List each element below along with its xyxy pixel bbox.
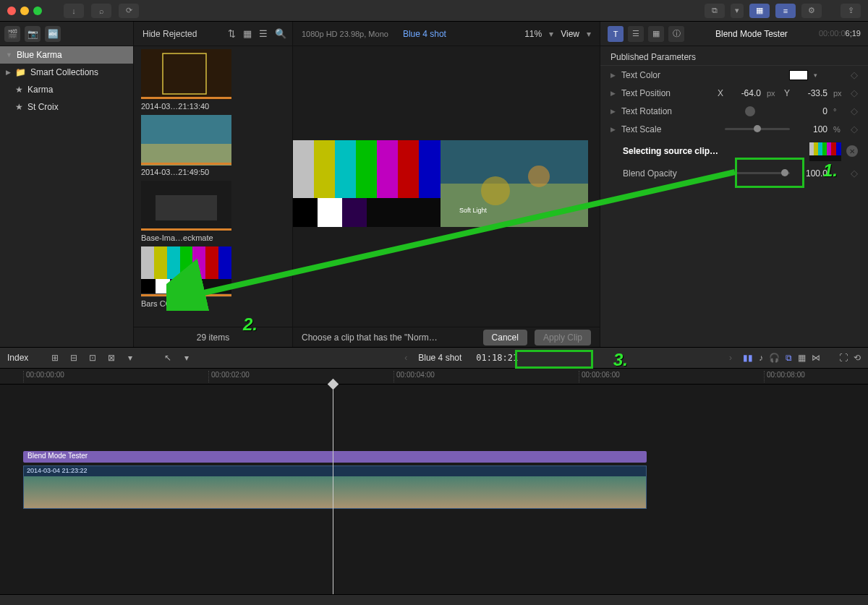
solo-icon[interactable]: 🎧	[769, 353, 780, 363]
svg-rect-19	[170, 279, 184, 293]
timeline-ruler[interactable]: 00:00:00:00 00:00:02:00 00:00:04:00 00:0…	[0, 369, 868, 385]
param-text-rotation[interactable]: ▶ Text Rotation ° ◇	[600, 102, 868, 120]
titles-icon[interactable]: 🔤	[45, 26, 61, 42]
clip-item[interactable]: Base-Ima…eckmate	[141, 181, 285, 242]
connect-icon[interactable]: ⊞	[48, 353, 61, 363]
search-icon[interactable]: 🔍	[275, 28, 286, 39]
disclosure-icon[interactable]: ▶	[610, 126, 616, 133]
window-min[interactable]	[20, 7, 29, 15]
chevron-down-icon[interactable]: ▾	[180, 353, 193, 363]
browser-footer: 29 items	[134, 327, 292, 347]
list-view-icon[interactable]: ☰	[259, 28, 268, 39]
window-max[interactable]	[33, 7, 42, 15]
color-well[interactable]	[789, 70, 808, 80]
svg-rect-29	[293, 198, 318, 227]
clip-view-icon[interactable]: ▦	[243, 28, 252, 39]
tab-video[interactable]: ☰	[628, 26, 644, 42]
view-menu[interactable]: View	[561, 29, 579, 39]
timeline[interactable]: Blend Mode Tester 2014-03-04 21:23:22	[0, 385, 868, 594]
source-clip-well[interactable]	[809, 142, 841, 160]
svg-rect-7	[156, 195, 217, 220]
clip-item[interactable]: 2014-03…21:49:50	[141, 115, 285, 176]
photos-icon[interactable]: 📷	[25, 26, 41, 42]
sidebar-item-karma[interactable]: ▶ ★ Karma	[0, 81, 133, 98]
sort-icon[interactable]: ⇅	[228, 28, 236, 39]
chevron-down-icon[interactable]: ▾	[549, 29, 553, 39]
keyframe-icon[interactable]: ◇	[851, 124, 858, 134]
rotation-dial[interactable]	[745, 106, 755, 116]
svg-rect-34	[441, 184, 588, 227]
ws-list-button[interactable]: ≡	[775, 4, 796, 18]
transitions-icon[interactable]: ⋈	[812, 353, 820, 363]
keyframe-icon[interactable]: ◇	[851, 87, 858, 98]
filmstrip	[24, 476, 646, 508]
tab-generator[interactable]: ▦	[648, 26, 664, 42]
ws-dropdown[interactable]: ▾	[731, 4, 744, 18]
pos-x-input[interactable]	[729, 88, 761, 98]
main-panes: 🎬 📷 🔤 ▼ Blue Karma ▶ 📁 Smart Collections…	[0, 22, 868, 347]
loop-icon[interactable]: ⟲	[854, 353, 861, 363]
fullscreen-icon[interactable]: ⛶	[839, 353, 848, 363]
viewer-footer: Choose a clip that has the "Norm… Cancel…	[293, 327, 600, 347]
keyframe-icon[interactable]: ◇	[851, 69, 858, 80]
ws-browser-button[interactable]: ⧉	[705, 4, 725, 18]
audio-skim-icon[interactable]: ♪	[759, 353, 763, 363]
zoom-value[interactable]: 11%	[524, 29, 542, 39]
playhead[interactable]	[333, 385, 333, 594]
inspector-title: Blend Mode Tester	[689, 29, 814, 39]
share-button[interactable]: ⇪	[841, 4, 861, 18]
select-tool-icon[interactable]: ↖	[161, 353, 174, 363]
import-button[interactable]: ↓	[64, 4, 84, 18]
chevron-down-icon[interactable]: ▾	[814, 72, 817, 79]
clip-label: Bars CC	[141, 297, 285, 308]
disclosure-icon[interactable]: ▶	[610, 90, 616, 97]
cancel-button[interactable]: Cancel	[483, 330, 527, 346]
tab-text[interactable]: T	[608, 26, 624, 42]
index-button[interactable]: Index	[7, 353, 28, 363]
insert-icon[interactable]: ⊟	[67, 353, 80, 363]
skimming-icon[interactable]: ▮▮	[743, 353, 753, 363]
rotation-input[interactable]	[796, 106, 827, 116]
param-text-position[interactable]: ▶ Text Position X px Y px ◇	[600, 84, 868, 102]
param-text-scale[interactable]: ▶ Text Scale % ◇	[600, 120, 868, 138]
disclosure-icon[interactable]: ▶	[610, 72, 616, 79]
ruler-tick: 00:00:04:00	[393, 371, 435, 382]
render-button[interactable]: ⟳	[119, 4, 139, 18]
chevron-down-icon[interactable]: ▾	[124, 353, 137, 363]
nav-back-icon[interactable]: ‹	[399, 353, 412, 363]
library-icon[interactable]: 🎬	[4, 26, 20, 42]
sidebar-item-stcroix[interactable]: ▶ ★ St Croix	[0, 98, 133, 116]
ws-grid-button[interactable]: ▦	[749, 4, 770, 18]
clip-item-bars[interactable]: Bars CC	[141, 246, 285, 308]
snap-icon[interactable]: ⧉	[786, 353, 792, 363]
clip-thumb	[141, 49, 231, 100]
video-clip[interactable]: 2014-03-04 21:23:22	[23, 465, 647, 509]
sidebar-item-smart[interactable]: ▶ 📁 Smart Collections	[0, 64, 133, 81]
pos-y-input[interactable]	[796, 88, 827, 98]
keyframe-icon[interactable]: ◇	[851, 106, 858, 116]
effects-icon[interactable]: ▦	[798, 353, 806, 363]
clear-source-icon[interactable]: ✕	[846, 145, 858, 157]
viewer-canvas[interactable]: Soft Light	[293, 46, 600, 327]
ws-settings-button[interactable]: ⚙	[801, 4, 822, 18]
filter-label[interactable]: Hide Rejected	[140, 29, 197, 39]
scale-input[interactable]	[796, 124, 827, 134]
window-close[interactable]	[7, 7, 16, 15]
keyword-button[interactable]: ⌕	[91, 4, 111, 18]
timeline-right-tools: ▮▮ ♪ 🎧 ⧉ ▦ ⋈ ⛶ ⟲	[743, 353, 861, 363]
overwrite-icon[interactable]: ⊠	[105, 353, 118, 363]
title-clip[interactable]: Blend Mode Tester	[23, 451, 647, 463]
keyframe-icon[interactable]: ◇	[851, 168, 858, 179]
apply-clip-button[interactable]: Apply Clip	[535, 330, 591, 346]
chevron-down-icon[interactable]: ▾	[587, 29, 591, 39]
append-icon[interactable]: ⊡	[86, 353, 99, 363]
param-text-color[interactable]: ▶ Text Color ▾ ◇	[600, 66, 868, 84]
opacity-slider[interactable]	[725, 172, 790, 174]
library-blue-karma[interactable]: ▼ Blue Karma	[0, 46, 133, 64]
nav-fwd-icon[interactable]: ›	[724, 353, 737, 363]
disclosure-icon[interactable]: ▶	[610, 108, 616, 115]
clip-item[interactable]: 2014-03…21:13:40	[141, 49, 285, 111]
annotation-number-1: 1.	[823, 160, 838, 181]
scale-slider[interactable]	[725, 128, 790, 130]
tab-info[interactable]: ⓘ	[668, 26, 684, 42]
